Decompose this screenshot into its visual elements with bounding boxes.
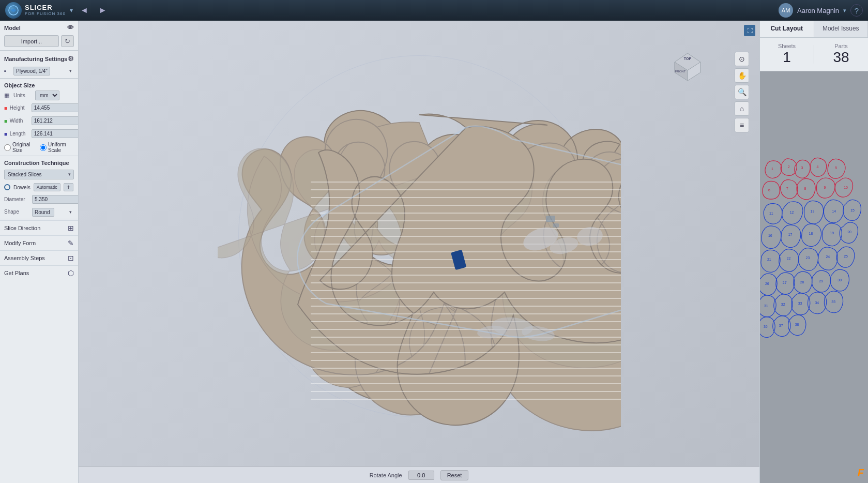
assembly-steps-item[interactable]: Assembly Steps ⊡ [0,250,78,265]
svg-text:23: 23 [806,256,810,260]
app-subtitle: FOR FUSION 360 [25,12,66,17]
stats-row: Sheets 1 Parts 38 [760,38,868,71]
add-dowel-button[interactable]: + [64,183,73,191]
svg-text:11: 11 [769,212,773,215]
svg-text:31: 31 [764,304,768,308]
width-icon: ■ [4,118,8,124]
svg-text:18: 18 [809,232,813,235]
svg-text:26: 26 [765,282,769,285]
modify-form-item[interactable]: Modify Form ✎ [0,235,78,250]
cut-layout-svg: 1 2 3 4 5 6 7 8 9 [760,71,868,483]
home-tool-button[interactable]: ⌂ [735,101,749,116]
svg-text:8: 8 [804,187,806,190]
refresh-button[interactable]: ↻ [61,35,74,47]
svg-text:14: 14 [832,209,836,213]
guitar-body-container [79,21,759,483]
viewport[interactable]: TOP FRONT [79,21,759,483]
tab-model-issues[interactable]: Model Issues [814,21,869,37]
manufacturing-label: Manufacturing Settings [4,56,67,62]
topbar-right: AM Aaron Magnin ▾ ? [779,3,863,18]
svg-text:2: 2 [788,165,790,169]
height-icon: ■ [4,105,8,111]
uniform-scale-label: Uniform Scale [48,142,74,153]
assembly-steps-icon: ⊡ [68,254,74,262]
length-row: ■ Length 126.141 ▲ ▼ [0,127,78,140]
svg-text:33: 33 [798,301,802,305]
maximize-button[interactable]: ⛶ [744,25,755,36]
svg-text:5: 5 [835,166,837,170]
rotate-angle-input[interactable]: 0.0 [408,471,434,480]
logo-dropdown-icon[interactable]: ▾ [70,7,73,14]
svg-text:36: 36 [764,325,768,328]
get-plans-item[interactable]: Get Plans ⬡ [0,265,78,280]
technique-select[interactable]: Stacked Slices Interlocked Slices Radial… [4,170,74,179]
cut-layout-preview[interactable]: 1 2 3 4 5 6 7 8 9 [760,71,868,483]
svg-text:27: 27 [783,281,787,284]
shape-select[interactable]: RoundSquare [32,208,54,217]
user-avatar: AM [779,3,793,18]
units-icon: ▦ [4,92,11,99]
width-input[interactable]: 161.212 [32,116,79,125]
import-button[interactable]: Import... [4,35,59,47]
svg-text:7: 7 [786,187,788,190]
length-icon: ■ [4,131,8,137]
back-button[interactable]: ◄ [77,4,92,17]
dowels-row: Dowels Automatic + [0,182,78,193]
fusion-logo: F [858,467,864,479]
slice-direction-label: Slice Direction [4,225,40,231]
settings-tool-button[interactable]: ≡ [735,118,749,132]
user-dropdown-icon[interactable]: ▾ [843,7,846,14]
pan-tool-button[interactable]: ✋ [735,68,749,83]
manufacturing-settings-header: Manufacturing Settings ⚙ [0,52,78,64]
units-row: ▦ Units mmincm [0,89,78,101]
svg-text:24: 24 [826,255,830,259]
width-label: Width [10,118,29,124]
svg-text:37: 37 [779,324,783,327]
svg-text:6: 6 [768,188,770,192]
diameter-label: Diameter [4,197,30,202]
material-select[interactable]: Plywood, 1/4" [13,67,50,76]
svg-text:15: 15 [850,208,855,212]
slice-direction-item[interactable]: Slice Direction ⊞ [0,220,78,235]
svg-text:1: 1 [771,167,773,171]
shape-label: Shape [4,209,30,215]
parts-stat: Parts 38 [814,43,868,66]
svg-text:13: 13 [811,209,815,213]
svg-text:19: 19 [830,231,834,235]
sheets-label: Sheets [760,43,814,49]
sheets-stat: Sheets 1 [760,43,814,66]
model-eye-icon[interactable]: 👁 [67,24,74,32]
get-plans-label: Get Plans [4,270,29,276]
shape-row: Shape RoundSquare [0,206,78,218]
dowels-radio[interactable] [4,184,10,190]
viewport-toolbar: ⊙ ✋ 🔍 ⌂ ≡ [735,52,749,132]
units-select[interactable]: mmincm [35,90,59,100]
height-input[interactable]: 14.455 [32,103,79,112]
svg-text:22: 22 [787,256,791,260]
orbit-tool-button[interactable]: ⊙ [735,52,749,66]
guitar-body-svg [218,71,621,433]
height-label: Height [10,105,29,111]
scale-radio-row: Original Size Uniform Scale [0,140,78,155]
assembly-steps-label: Assembly Steps [4,255,45,261]
import-row: Import... ↻ [0,33,78,49]
sheets-value: 1 [760,49,814,66]
help-button[interactable]: ? [850,4,863,17]
original-size-radio[interactable]: Original Size [4,142,36,153]
diameter-input[interactable]: 5.350 [32,195,79,204]
svg-text:34: 34 [815,301,819,305]
tab-cut-layout[interactable]: Cut Layout [760,21,814,37]
material-select-wrap: Plywood, 1/4" [13,66,74,76]
automatic-button[interactable]: Automatic [34,183,60,191]
height-row: ■ Height 14.455 ▲ ▼ [0,101,78,114]
reset-button[interactable]: Reset [440,470,469,480]
svg-text:10: 10 [844,186,848,189]
length-input[interactable]: 126.141 [32,129,79,138]
uniform-scale-radio[interactable]: Uniform Scale [40,142,74,153]
zoom-tool-button[interactable]: 🔍 [735,85,749,99]
forward-button[interactable]: ► [96,4,110,17]
modify-form-label: Modify Form [4,240,36,246]
svg-text:32: 32 [781,303,785,306]
settings-gear-icon[interactable]: ⚙ [68,55,74,63]
bottombar: Rotate Angle 0.0 Reset [79,466,759,483]
